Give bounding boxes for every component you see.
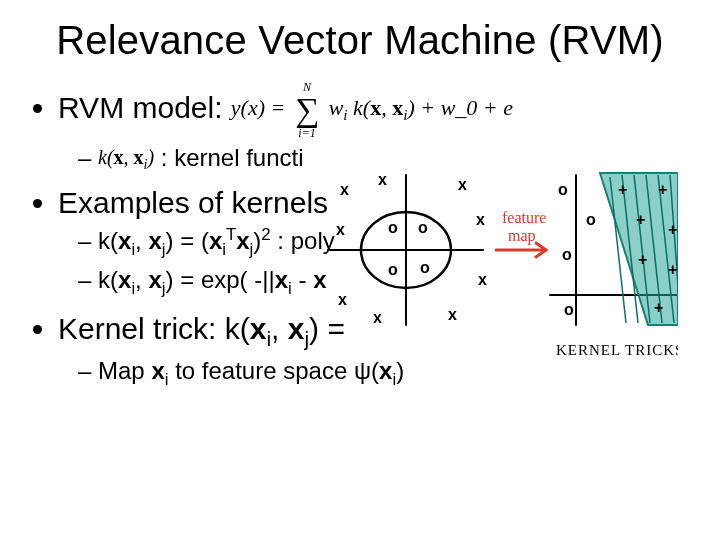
slide-title: Relevance Vector Machine (RVM) [30, 18, 690, 63]
eq-lhs: y(x) = [231, 95, 286, 120]
svg-text:o: o [418, 219, 428, 236]
feature-map-label1: feature [502, 209, 546, 226]
svg-text:o: o [586, 211, 596, 228]
slide: Relevance Vector Machine (RVM) RVM model… [0, 0, 720, 540]
svg-text:x: x [336, 221, 345, 238]
eq-term1: wi k(x, xi) [329, 95, 415, 120]
svg-text:o: o [388, 261, 398, 278]
svg-text:x: x [478, 271, 487, 288]
eq-term2: + w_0 + e [420, 95, 513, 120]
rvm-equation: y(x) = N ∑ i=1 wi k(x, xi) + w_0 + e [231, 81, 513, 139]
svg-text:x: x [476, 211, 485, 228]
svg-text:x: x [340, 181, 349, 198]
bullet-rvm-model: RVM model: y(x) = N ∑ i=1 wi k(x, xi) + … [58, 81, 690, 174]
svg-text:o: o [562, 246, 572, 263]
illustration-caption: KERNEL TRICKS [556, 342, 678, 358]
svg-text:+: + [638, 251, 647, 268]
svg-text:x: x [378, 171, 387, 188]
svg-text:x: x [373, 309, 382, 326]
svg-text:+: + [658, 181, 667, 198]
kernel-trick-illustration: o o o o x x x x x x x x x feature map [318, 165, 678, 395]
sum-symbol: N ∑ i=1 [295, 81, 319, 139]
kernel-notation: k(x, xi) [98, 145, 154, 174]
svg-text:+: + [668, 221, 677, 238]
sub-kernel-rest: : kernel functi [161, 144, 304, 171]
svg-text:o: o [558, 181, 568, 198]
svg-text:+: + [654, 299, 663, 316]
bullet-examples-label: Examples of kernels [58, 186, 328, 219]
svg-text:x: x [458, 176, 467, 193]
svg-text:o: o [420, 259, 430, 276]
svg-text:o: o [388, 219, 398, 236]
svg-text:o: o [564, 301, 574, 318]
svg-text:x: x [448, 306, 457, 323]
svg-text:x: x [338, 291, 347, 308]
bullet-rvm-model-label: RVM model: [58, 91, 223, 124]
svg-text:+: + [618, 181, 627, 198]
sum-bot: i=1 [298, 127, 315, 139]
svg-text:+: + [668, 261, 677, 278]
svg-text:+: + [636, 211, 645, 228]
feature-map-label2: map [508, 227, 536, 245]
